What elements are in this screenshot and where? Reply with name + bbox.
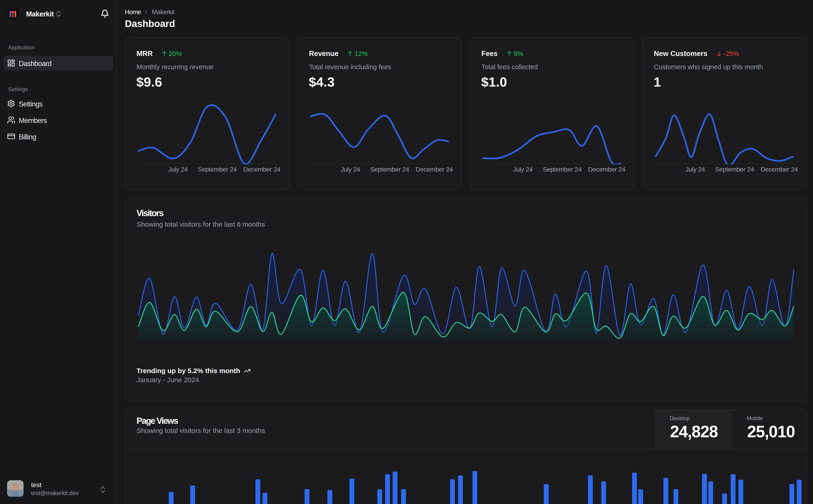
svg-text:m: m [9, 8, 17, 19]
